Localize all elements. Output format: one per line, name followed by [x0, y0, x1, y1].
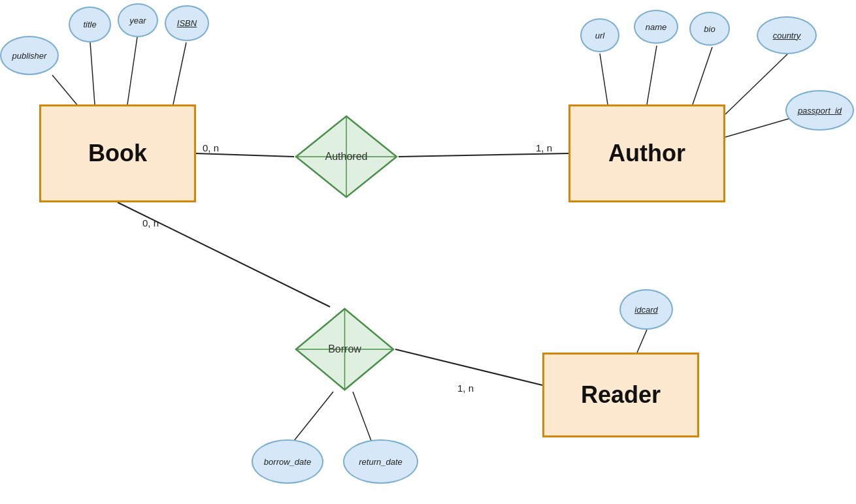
svg-line-11 [725, 54, 787, 114]
svg-line-13 [637, 330, 647, 353]
svg-line-0 [196, 153, 294, 157]
attribute-year: year [118, 3, 158, 37]
svg-line-3 [395, 349, 542, 385]
entity-reader: Reader [542, 353, 699, 437]
svg-line-8 [600, 54, 608, 104]
svg-line-4 [52, 75, 78, 106]
relationship-authored-label: Authored [325, 151, 368, 163]
cardinality-authored-author: 1, n [536, 142, 552, 153]
attribute-title: title [69, 7, 111, 42]
attribute-publisher: publisher [0, 36, 59, 75]
svg-line-5 [90, 42, 95, 104]
svg-line-1 [399, 153, 568, 157]
relationship-authored: Authored [294, 114, 399, 199]
svg-line-9 [647, 46, 657, 104]
entity-book: Book [39, 104, 196, 202]
svg-line-14 [294, 392, 333, 441]
attribute-country: country [757, 16, 817, 54]
svg-line-15 [353, 392, 371, 441]
svg-line-10 [693, 47, 712, 104]
attribute-passport-id: passport_id [785, 90, 854, 131]
attribute-return-date: return_date [343, 439, 418, 484]
entity-book-label: Book [88, 140, 147, 167]
attribute-idcard: idcard [619, 289, 673, 330]
attribute-borrow-date: borrow_date [252, 439, 323, 484]
cardinality-book-authored: 0, n [203, 142, 219, 153]
attribute-url: url [580, 18, 619, 52]
entity-reader-label: Reader [581, 381, 661, 409]
svg-line-7 [173, 42, 186, 104]
relationship-borrow-label: Borrow [328, 343, 361, 355]
entity-author-label: Author [608, 140, 685, 167]
svg-line-6 [127, 37, 137, 104]
cardinality-borrow-reader: 1, n [457, 383, 474, 394]
attribute-name: name [634, 10, 678, 44]
entity-author: Author [568, 104, 725, 202]
attribute-bio: bio [689, 12, 730, 46]
er-diagram: Book Author Reader Authored Borrow publi… [0, 0, 856, 504]
relationship-borrow: Borrow [294, 307, 395, 392]
cardinality-book-borrow: 0, n [142, 217, 159, 228]
attribute-isbn: ISBN [165, 5, 209, 41]
